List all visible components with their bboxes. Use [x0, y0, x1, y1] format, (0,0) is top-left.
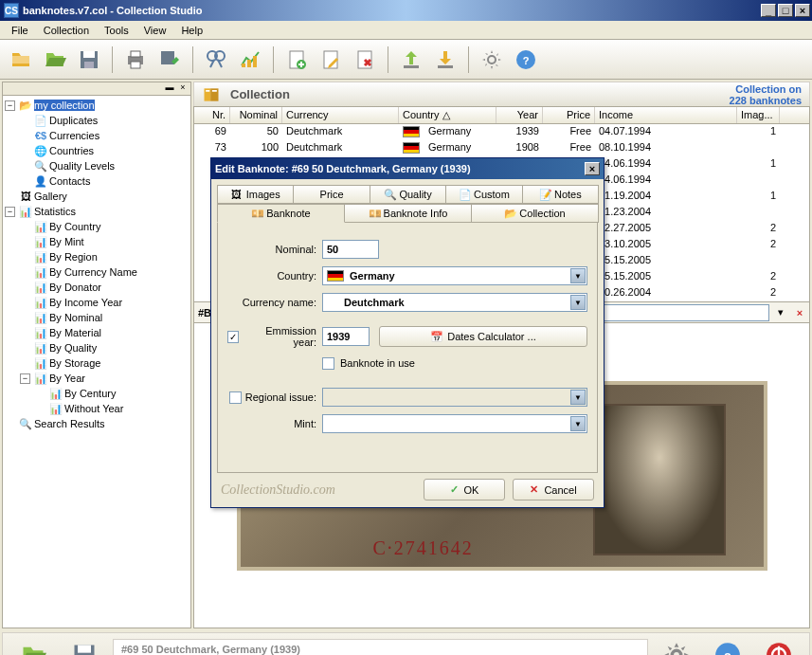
- bar-chart-icon: 📊: [34, 311, 47, 324]
- col-nr[interactable]: Nr.: [194, 107, 230, 123]
- tree-node-by-year[interactable]: −📊By Year: [20, 371, 189, 386]
- save-as-button[interactable]: [154, 45, 185, 75]
- col-country[interactable]: Country △: [399, 107, 496, 123]
- menu-view[interactable]: View: [136, 23, 174, 38]
- tree-pin-icon[interactable]: ▬: [164, 82, 175, 94]
- tree-node-quality[interactable]: 🔍Quality Levels: [20, 158, 189, 173]
- tree-node-my-collection[interactable]: −📂my collection: [5, 98, 189, 113]
- col-year[interactable]: Year: [496, 107, 543, 123]
- svg-rect-14: [438, 65, 453, 68]
- banknote-in-use-checkbox[interactable]: [322, 357, 334, 370]
- tree-node-by-income-year[interactable]: 📊By Income Year: [20, 295, 189, 310]
- emission-year-checkbox[interactable]: ✓: [227, 331, 239, 343]
- title-app: Collection Studio: [117, 5, 202, 16]
- menu-tools[interactable]: Tools: [97, 23, 136, 38]
- filter-dropdown-icon[interactable]: ▾: [771, 303, 790, 322]
- open-button[interactable]: [40, 45, 70, 75]
- tab-collection[interactable]: 📂Collection: [471, 204, 599, 223]
- help-button[interactable]: ?: [511, 45, 541, 75]
- save-button[interactable]: [74, 45, 104, 75]
- currency-name-select[interactable]: Deutchmark▼: [322, 293, 587, 312]
- tree-node-by-quality[interactable]: 📊By Quality: [20, 340, 189, 355]
- close-button[interactable]: ×: [795, 4, 810, 17]
- tree-node-by-mint[interactable]: 📊By Mint: [20, 234, 189, 249]
- tree-node-by-nominal[interactable]: 📊By Nominal: [20, 310, 189, 325]
- search-button[interactable]: [201, 45, 231, 75]
- tree-node-by-donator[interactable]: 📊By Donator: [20, 280, 189, 295]
- regional-issue-checkbox[interactable]: [229, 391, 242, 404]
- tree-node-without-year[interactable]: 📊Without Year: [35, 401, 189, 416]
- col-income[interactable]: Income: [595, 107, 737, 123]
- col-price[interactable]: Price: [543, 107, 595, 123]
- tree-toggle-icon[interactable]: −: [5, 207, 15, 217]
- bb-exit-button[interactable]: Exit: [756, 640, 802, 655]
- tab-images[interactable]: 🖼Images: [217, 185, 294, 204]
- tree-node-duplicates[interactable]: 📄Duplicates: [20, 113, 189, 128]
- menu-file[interactable]: File: [4, 23, 36, 38]
- chevron-down-icon: ▼: [570, 268, 586, 283]
- new-collection-button[interactable]: [6, 45, 36, 75]
- cancel-button[interactable]: ✕Cancel: [513, 479, 594, 500]
- folder-icon: 📂: [504, 208, 515, 219]
- tab-banknote-info[interactable]: 💴Banknote Info: [344, 204, 472, 223]
- tree-node-countries[interactable]: 🌐Countries: [20, 143, 189, 158]
- menu-help[interactable]: Help: [173, 23, 210, 38]
- table-row[interactable]: 6950Deutchmark Germany1939Free04.07.1994…: [194, 124, 809, 140]
- maximize-button[interactable]: □: [778, 4, 793, 17]
- col-currency[interactable]: Currency: [282, 107, 399, 123]
- bottom-bar: Open Save #69 50 Deutchmark, Germany (19…: [2, 632, 810, 655]
- tab-quality[interactable]: 🔍Quality: [370, 185, 446, 204]
- tree-node-by-currency-name[interactable]: 📊By Currency Name: [20, 264, 189, 280]
- tab-price[interactable]: Price: [293, 185, 370, 204]
- edit-item-button[interactable]: [316, 45, 346, 75]
- bb-help-button[interactable]: ? Help: [705, 640, 750, 655]
- export-button[interactable]: [396, 45, 426, 75]
- settings-button[interactable]: [477, 45, 507, 75]
- delete-item-button[interactable]: [350, 45, 380, 75]
- tree-node-by-region[interactable]: 📊By Region: [20, 249, 189, 264]
- edit-banknote-dialog: Edit Banknote: #69 50 Deutchmark, German…: [210, 157, 604, 508]
- tree-node-gallery[interactable]: 🖼Gallery: [5, 189, 189, 204]
- tree-node-search-results[interactable]: 🔍Search Results: [5, 416, 189, 431]
- tree-close-icon[interactable]: ×: [177, 82, 189, 94]
- menu-collection[interactable]: Collection: [36, 23, 97, 38]
- tree-toggle-icon[interactable]: −: [5, 100, 15, 111]
- note-icon: 📝: [539, 189, 550, 200]
- nominal-input[interactable]: [322, 240, 379, 259]
- tree-toggle-icon[interactable]: −: [20, 373, 30, 384]
- tree-node-by-country[interactable]: 📊By Country: [20, 219, 189, 234]
- print-button[interactable]: [120, 45, 151, 75]
- ok-button[interactable]: ✓OK: [424, 479, 505, 500]
- emission-year-input[interactable]: [322, 327, 370, 346]
- tree-node-by-storage[interactable]: 📊By Storage: [20, 355, 189, 371]
- statistics-button[interactable]: [235, 45, 265, 75]
- tree-node-by-material[interactable]: 📊By Material: [20, 325, 189, 340]
- mint-select[interactable]: ▼: [322, 414, 587, 433]
- tree-node-contacts[interactable]: 👤Contacts: [20, 173, 189, 189]
- picture-icon: 🖼: [231, 189, 243, 200]
- tab-banknote[interactable]: 💴Banknote: [217, 204, 345, 223]
- svg-point-21: [672, 650, 680, 655]
- country-select[interactable]: Germany▼: [322, 266, 587, 285]
- tab-custom[interactable]: 📄Custom: [445, 185, 522, 204]
- tree-node-by-century[interactable]: 📊By Century: [35, 386, 189, 401]
- regional-issue-select[interactable]: ▼: [322, 388, 587, 407]
- magnifier-icon: 🔍: [384, 189, 395, 200]
- title-filename: banknotes.v7.col: [23, 5, 107, 16]
- bb-settings-button[interactable]: Settings: [654, 640, 699, 655]
- filter-clear-icon[interactable]: ×: [790, 303, 809, 322]
- col-imag[interactable]: Imag...: [737, 107, 780, 123]
- tree-node-statistics[interactable]: −📊Statistics: [5, 204, 189, 219]
- tab-notes[interactable]: 📝Notes: [522, 185, 599, 204]
- table-row[interactable]: 73100Deutchmark Germany1908Free08.10.199…: [194, 140, 809, 156]
- dialog-close-button[interactable]: ×: [585, 162, 600, 175]
- minimize-button[interactable]: _: [761, 4, 776, 17]
- dates-calculator-button[interactable]: 📅Dates Calculator ...: [379, 326, 587, 347]
- tree-node-currencies[interactable]: €$Currencies: [20, 128, 189, 143]
- new-item-button[interactable]: [281, 45, 312, 75]
- import-button[interactable]: [430, 45, 460, 75]
- bb-open-button[interactable]: Open: [10, 640, 56, 655]
- toolbar: ?: [0, 40, 812, 80]
- col-nominal[interactable]: Nominal: [230, 107, 282, 123]
- bb-save-button[interactable]: Save: [62, 640, 107, 655]
